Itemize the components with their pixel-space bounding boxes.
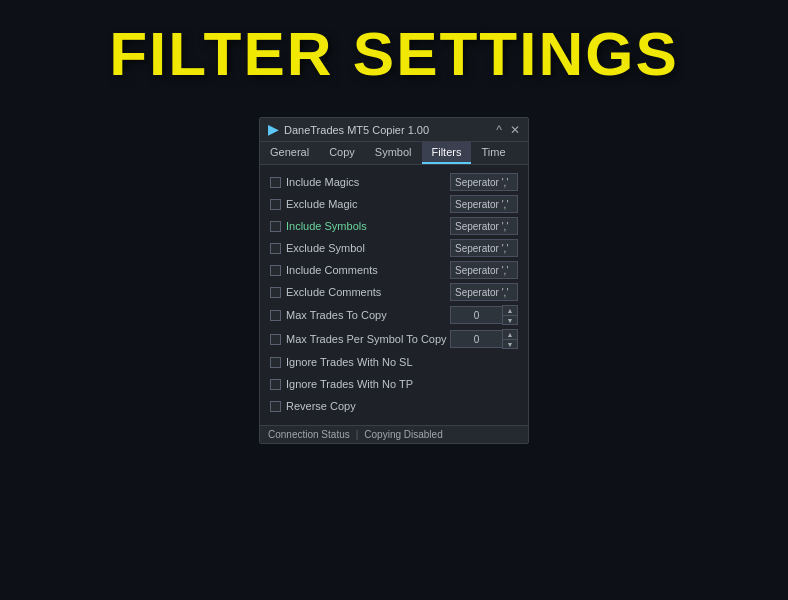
- label-exclude-symbol: Exclude Symbol: [286, 242, 365, 254]
- checkbox-exclude-magic[interactable]: [270, 199, 281, 210]
- label-ignore-no-tp: Ignore Trades With No TP: [286, 378, 413, 390]
- input-include-symbols[interactable]: [450, 217, 518, 235]
- checkbox-include-comments[interactable]: [270, 265, 281, 276]
- label-max-trades: Max Trades To Copy: [286, 309, 387, 321]
- input-max-trades[interactable]: [450, 306, 502, 324]
- spin-down-max-trades[interactable]: ▼: [503, 315, 517, 324]
- menu-time[interactable]: Time: [471, 142, 515, 164]
- filter-row-max-trades-symbol: Max Trades Per Symbol To Copy ▲ ▼: [270, 327, 518, 351]
- application-window: ▶ DaneTrades MT5 Copier 1.00 ^ ✕ General…: [259, 117, 529, 444]
- status-connection: Connection Status: [268, 429, 350, 440]
- window-title: DaneTrades MT5 Copier 1.00: [284, 124, 429, 136]
- close-button[interactable]: ✕: [510, 123, 520, 137]
- checkbox-exclude-comments[interactable]: [270, 287, 281, 298]
- filter-row-exclude-magic: Exclude Magic: [270, 193, 518, 215]
- content-area: Include Magics Exclude Magic Include Sym…: [260, 165, 528, 425]
- label-max-trades-symbol: Max Trades Per Symbol To Copy: [286, 333, 447, 345]
- menu-filters[interactable]: Filters: [422, 142, 472, 164]
- menu-bar: General Copy Symbol Filters Time: [260, 142, 528, 165]
- label-include-symbols: Include Symbols: [286, 220, 367, 232]
- input-exclude-symbol[interactable]: [450, 239, 518, 257]
- menu-general[interactable]: General: [260, 142, 319, 164]
- checkbox-include-symbols[interactable]: [270, 221, 281, 232]
- title-bar: ▶ DaneTrades MT5 Copier 1.00 ^ ✕: [260, 118, 528, 142]
- label-exclude-magic: Exclude Magic: [286, 198, 358, 210]
- filter-row-include-symbols: Include Symbols: [270, 215, 518, 237]
- filter-row-reverse-copy: Reverse Copy: [270, 395, 518, 417]
- input-include-magics[interactable]: [450, 173, 518, 191]
- checkbox-include-magics[interactable]: [270, 177, 281, 188]
- input-include-comments[interactable]: [450, 261, 518, 279]
- filter-row-exclude-symbol: Exclude Symbol: [270, 237, 518, 259]
- checkbox-reverse-copy[interactable]: [270, 401, 281, 412]
- page-title: FILTER SETTINGS: [109, 18, 679, 89]
- checkbox-max-trades-symbol[interactable]: [270, 334, 281, 345]
- label-ignore-no-sl: Ignore Trades With No SL: [286, 356, 413, 368]
- filter-row-include-comments: Include Comments: [270, 259, 518, 281]
- status-bar: Connection Status | Copying Disabled: [260, 425, 528, 443]
- status-copying: Copying Disabled: [364, 429, 442, 440]
- filter-row-max-trades: Max Trades To Copy ▲ ▼: [270, 303, 518, 327]
- input-exclude-magic[interactable]: [450, 195, 518, 213]
- filter-row-include-magics: Include Magics: [270, 171, 518, 193]
- spin-up-max-trades-symbol[interactable]: ▲: [503, 330, 517, 339]
- label-include-magics: Include Magics: [286, 176, 359, 188]
- window-wrapper: ▶ DaneTrades MT5 Copier 1.00 ^ ✕ General…: [259, 117, 529, 444]
- app-icon: ▶: [268, 122, 278, 137]
- checkbox-ignore-no-sl[interactable]: [270, 357, 281, 368]
- status-divider: |: [356, 429, 359, 440]
- spin-up-max-trades[interactable]: ▲: [503, 306, 517, 315]
- label-exclude-comments: Exclude Comments: [286, 286, 381, 298]
- input-exclude-comments[interactable]: [450, 283, 518, 301]
- input-max-trades-symbol[interactable]: [450, 330, 502, 348]
- label-include-comments: Include Comments: [286, 264, 378, 276]
- label-reverse-copy: Reverse Copy: [286, 400, 356, 412]
- filter-row-exclude-comments: Exclude Comments: [270, 281, 518, 303]
- checkbox-ignore-no-tp[interactable]: [270, 379, 281, 390]
- menu-copy[interactable]: Copy: [319, 142, 365, 164]
- menu-symbol[interactable]: Symbol: [365, 142, 422, 164]
- checkbox-exclude-symbol[interactable]: [270, 243, 281, 254]
- minimize-button[interactable]: ^: [496, 123, 502, 137]
- spin-down-max-trades-symbol[interactable]: ▼: [503, 339, 517, 348]
- filter-row-ignore-no-sl: Ignore Trades With No SL: [270, 351, 518, 373]
- checkbox-max-trades[interactable]: [270, 310, 281, 321]
- filter-row-ignore-no-tp: Ignore Trades With No TP: [270, 373, 518, 395]
